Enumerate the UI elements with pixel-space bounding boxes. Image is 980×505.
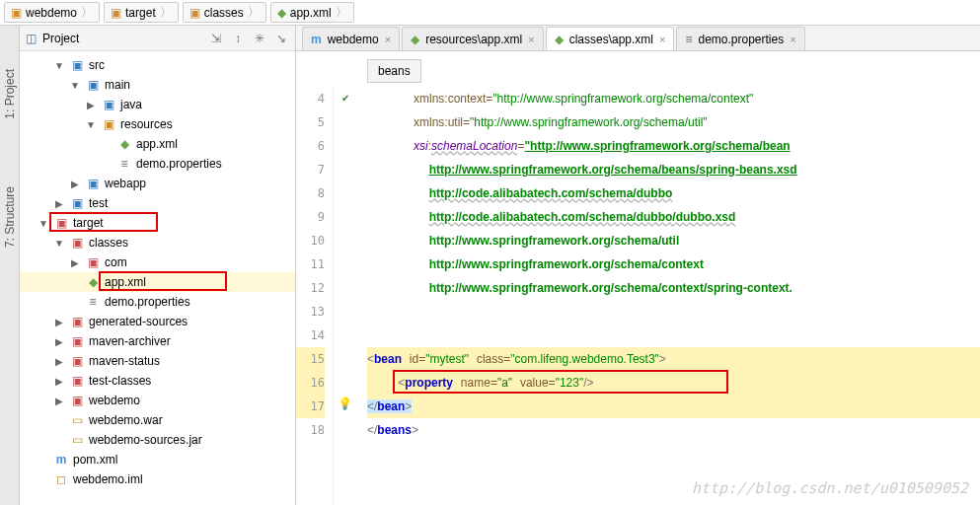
intention-bulb-icon[interactable]: 💡 — [338, 397, 352, 410]
folder-red-icon: ▣ — [69, 333, 85, 349]
breadcrumb-item[interactable]: ▣classes〉 — [183, 2, 266, 23]
xml-icon: ◆ — [555, 33, 564, 46]
gear-icon[interactable]: ✳ — [252, 31, 267, 46]
editor-tab[interactable]: ◆classes\app.xml× — [546, 27, 675, 50]
folder-blue-icon: ▣ — [101, 97, 116, 112]
autoscroll-icon[interactable]: ↕ — [230, 31, 246, 46]
line-number[interactable]: 18 — [296, 418, 325, 442]
tree-item[interactable]: ▼▣resources — [20, 114, 295, 134]
tree-item[interactable]: ▭webdemo.war — [20, 410, 295, 430]
tree-item[interactable]: ▶▣webapp — [20, 174, 295, 193]
line-number[interactable]: 4 — [296, 87, 325, 110]
close-icon[interactable]: × — [528, 34, 534, 45]
breadcrumb-item[interactable]: ◆app.xml〉 — [270, 2, 354, 23]
status-ok-icon: ✔ — [341, 93, 349, 104]
line-number[interactable]: 15 — [296, 347, 325, 371]
beans-breadcrumb[interactable]: beans — [367, 59, 421, 83]
chevron-right-icon: 〉 — [336, 4, 347, 21]
side-tab-project[interactable]: 1: Project — [1, 65, 19, 123]
tree-arrow-icon[interactable]: ▶ — [53, 198, 65, 209]
tree-item[interactable]: ≡demo.properties — [20, 292, 295, 312]
tree-item[interactable]: ▶▣test-classes — [20, 371, 295, 391]
line-number[interactable]: 5 — [296, 110, 325, 134]
tree-item[interactable]: ▼▣main — [20, 75, 295, 95]
folder-blue-icon: ▣ — [69, 57, 85, 73]
tree-item[interactable]: ▼▣src — [20, 55, 295, 75]
line-number[interactable]: 9 — [296, 205, 325, 229]
breadcrumb-item[interactable]: ▣webdemo〉 — [4, 2, 100, 23]
tree-item[interactable]: ◆app.xml — [20, 134, 295, 154]
tree-item-label: src — [89, 58, 105, 72]
tree-item[interactable]: ▶▣generated-sources — [20, 312, 295, 331]
tree-arrow-icon[interactable]: ▶ — [53, 317, 65, 327]
editor-tab-label: webdemo — [328, 33, 379, 46]
tree-arrow-icon[interactable]: ▼ — [38, 218, 49, 229]
tree-arrow-icon[interactable]: ▼ — [53, 60, 65, 71]
tree-arrow-icon[interactable]: ▶ — [69, 257, 81, 268]
close-icon[interactable]: × — [385, 34, 391, 45]
line-number[interactable]: 8 — [296, 181, 325, 205]
tree-item-label: test-classes — [89, 374, 151, 388]
tree-item[interactable]: ▶▣com — [20, 252, 295, 272]
tree-item-label: com — [105, 255, 127, 269]
tree-arrow-icon[interactable]: ▼ — [53, 238, 65, 249]
tree-item[interactable]: ◆app.xml — [20, 272, 295, 292]
line-number[interactable]: 10 — [296, 229, 325, 252]
close-icon[interactable]: × — [790, 34, 795, 45]
folder-blue-icon: ▣ — [85, 176, 101, 191]
tree-item[interactable]: ≡demo.properties — [20, 154, 295, 174]
tree-item-label: demo.properties — [105, 295, 190, 309]
tree-arrow-icon[interactable]: ▶ — [53, 336, 65, 347]
tree-item[interactable]: ▶▣java — [20, 95, 295, 114]
folder-red-icon: ▣ — [69, 393, 85, 408]
tree-item[interactable]: ▭webdemo-sources.jar — [20, 430, 295, 450]
folder-red-icon: ▣ — [69, 235, 85, 251]
tree-arrow-icon[interactable]: ▶ — [53, 396, 65, 406]
hide-icon[interactable]: ↘ — [273, 31, 289, 46]
line-number[interactable]: 6 — [296, 134, 325, 158]
editor-tab-label: resources\app.xml — [425, 33, 522, 46]
tree-item[interactable]: ▶▣webdemo — [20, 391, 295, 410]
line-number[interactable]: 17 — [296, 395, 325, 418]
xml-icon: ◆ — [116, 136, 132, 152]
line-number[interactable]: 13 — [296, 300, 325, 324]
line-number[interactable]: 11 — [296, 252, 325, 276]
folder-red-icon: ▣ — [85, 254, 101, 270]
tree-item-label: java — [120, 98, 142, 111]
editor-tab-label: demo.properties — [698, 33, 784, 46]
tree-item[interactable]: ▶▣test — [20, 193, 295, 213]
breadcrumb-item[interactable]: ▣target〉 — [104, 2, 179, 23]
line-number[interactable]: 7 — [296, 158, 325, 181]
tree-arrow-icon[interactable]: ▼ — [85, 119, 97, 130]
editor-tab[interactable]: ≡demo.properties× — [676, 27, 804, 50]
side-tab-structure[interactable]: 7: Structure — [1, 182, 19, 252]
tree-arrow-icon[interactable]: ▶ — [53, 376, 65, 387]
tree-arrow-icon[interactable]: ▶ — [53, 356, 65, 367]
editor-tab[interactable]: mwebdemo× — [302, 27, 400, 50]
line-number[interactable]: 14 — [296, 324, 325, 347]
tree-arrow-icon[interactable]: ▶ — [85, 100, 97, 110]
watermark-text: http://blog.csdn.net/u010509052 — [692, 479, 968, 497]
line-number[interactable]: 12 — [296, 276, 325, 300]
tree-item[interactable]: ▼▣target — [20, 213, 295, 233]
tree-arrow-icon[interactable]: ▶ — [69, 179, 81, 189]
tree-item-label: maven-status — [89, 354, 160, 368]
tree-item[interactable]: mpom.xml — [20, 450, 295, 469]
tree-item[interactable]: ◻webdemo.iml — [20, 469, 295, 489]
collapse-icon[interactable]: ⇲ — [208, 31, 224, 46]
code-editor[interactable]: 456789101112131415161718 ✔ 💡 xmlns:conte… — [296, 87, 980, 505]
tree-item[interactable]: ▶▣maven-status — [20, 351, 295, 371]
close-icon[interactable]: × — [659, 34, 665, 45]
prop-icon: ≡ — [685, 33, 692, 46]
line-number[interactable]: 16 — [296, 371, 325, 395]
tree-item[interactable]: ▶▣maven-archiver — [20, 331, 295, 351]
tree-item[interactable]: ▼▣classes — [20, 233, 295, 252]
folder-blue-icon: ▣ — [69, 195, 85, 211]
tree-arrow-icon[interactable]: ▼ — [69, 80, 81, 91]
xml-file-icon: ◆ — [277, 6, 286, 20]
xml-icon: ◆ — [85, 274, 101, 290]
editor-tab[interactable]: ◆resources\app.xml× — [402, 27, 543, 50]
project-tree[interactable]: ▼▣src▼▣main▶▣java▼▣resources◆app.xml≡dem… — [20, 51, 295, 505]
folder-icon: ▣ — [11, 6, 22, 20]
code-content[interactable]: xmlns:context="http://www.springframewor… — [363, 87, 980, 505]
